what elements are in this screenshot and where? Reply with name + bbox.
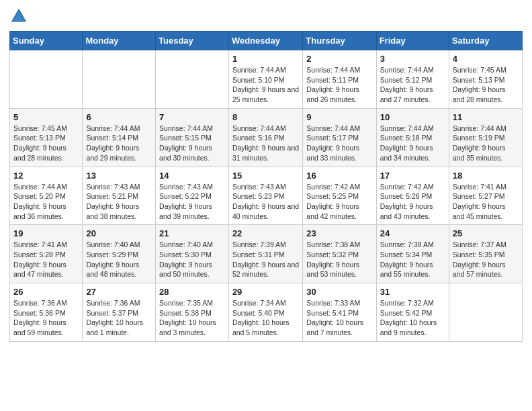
calendar-cell: 6Sunrise: 7:44 AM Sunset: 5:14 PM Daylig… [83, 108, 156, 167]
day-info: Sunrise: 7:42 AM Sunset: 5:26 PM Dayligh… [380, 182, 445, 222]
day-number: 27 [86, 287, 152, 297]
day-number: 2 [306, 54, 372, 64]
day-info: Sunrise: 7:38 AM Sunset: 5:32 PM Dayligh… [306, 240, 372, 279]
weekday-header-sunday: Sunday [10, 32, 83, 50]
weekday-header-thursday: Thursday [303, 32, 376, 50]
day-info: Sunrise: 7:44 AM Sunset: 5:15 PM Dayligh… [159, 124, 225, 163]
day-number: 22 [232, 228, 299, 238]
calendar-cell: 30Sunrise: 7:33 AM Sunset: 5:41 PM Dayli… [303, 283, 376, 342]
calendar-cell: 3Sunrise: 7:44 AM Sunset: 5:12 PM Daylig… [376, 50, 449, 109]
calendar-cell: 29Sunrise: 7:34 AM Sunset: 5:40 PM Dayli… [228, 283, 302, 342]
page: SundayMondayTuesdayWednesdayThursdayFrid… [0, 0, 532, 411]
weekday-header-row: SundayMondayTuesdayWednesdayThursdayFrid… [10, 32, 523, 50]
calendar-cell: 16Sunrise: 7:42 AM Sunset: 5:25 PM Dayli… [303, 167, 376, 225]
logo-icon [9, 7, 28, 26]
calendar-cell [449, 283, 522, 342]
calendar-cell: 10Sunrise: 7:44 AM Sunset: 5:18 PM Dayli… [376, 108, 449, 167]
calendar-cell: 27Sunrise: 7:36 AM Sunset: 5:37 PM Dayli… [83, 283, 156, 342]
day-number: 9 [306, 112, 372, 122]
weekday-header-monday: Monday [83, 32, 156, 50]
calendar-cell: 21Sunrise: 7:40 AM Sunset: 5:30 PM Dayli… [156, 225, 229, 283]
day-number: 30 [306, 287, 372, 297]
day-info: Sunrise: 7:37 AM Sunset: 5:35 PM Dayligh… [453, 240, 519, 279]
day-number: 23 [306, 228, 372, 238]
day-number: 19 [13, 228, 79, 238]
week-row-2: 5Sunrise: 7:45 AM Sunset: 5:13 PM Daylig… [10, 108, 523, 167]
day-info: Sunrise: 7:40 AM Sunset: 5:30 PM Dayligh… [159, 240, 225, 279]
day-number: 24 [380, 228, 445, 238]
day-number: 12 [13, 171, 79, 181]
week-row-4: 19Sunrise: 7:41 AM Sunset: 5:28 PM Dayli… [10, 225, 523, 283]
weekday-header-tuesday: Tuesday [156, 32, 229, 50]
calendar-cell: 2Sunrise: 7:44 AM Sunset: 5:11 PM Daylig… [303, 50, 376, 109]
calendar-cell: 24Sunrise: 7:38 AM Sunset: 5:34 PM Dayli… [376, 225, 449, 283]
calendar-cell: 14Sunrise: 7:43 AM Sunset: 5:22 PM Dayli… [156, 167, 229, 225]
calendar-cell: 19Sunrise: 7:41 AM Sunset: 5:28 PM Dayli… [10, 225, 83, 283]
logo [9, 7, 31, 26]
day-info: Sunrise: 7:43 AM Sunset: 5:23 PM Dayligh… [232, 182, 299, 222]
calendar-cell: 11Sunrise: 7:44 AM Sunset: 5:19 PM Dayli… [449, 108, 522, 167]
calendar-cell: 4Sunrise: 7:45 AM Sunset: 5:13 PM Daylig… [449, 50, 522, 109]
day-number: 29 [232, 287, 299, 297]
calendar-cell: 25Sunrise: 7:37 AM Sunset: 5:35 PM Dayli… [449, 225, 522, 283]
day-info: Sunrise: 7:44 AM Sunset: 5:16 PM Dayligh… [232, 124, 299, 163]
day-info: Sunrise: 7:44 AM Sunset: 5:14 PM Dayligh… [86, 124, 152, 163]
day-number: 7 [159, 112, 225, 122]
day-info: Sunrise: 7:32 AM Sunset: 5:42 PM Dayligh… [380, 298, 445, 338]
calendar-cell: 23Sunrise: 7:38 AM Sunset: 5:32 PM Dayli… [303, 225, 376, 283]
day-number: 28 [159, 287, 225, 297]
calendar-cell: 18Sunrise: 7:41 AM Sunset: 5:27 PM Dayli… [449, 167, 522, 225]
day-number: 15 [232, 171, 299, 181]
calendar-cell: 31Sunrise: 7:32 AM Sunset: 5:42 PM Dayli… [376, 283, 449, 342]
calendar-table: SundayMondayTuesdayWednesdayThursdayFrid… [9, 31, 523, 342]
header [9, 7, 523, 26]
day-info: Sunrise: 7:45 AM Sunset: 5:13 PM Dayligh… [453, 65, 519, 105]
day-number: 31 [380, 287, 445, 297]
day-number: 1 [232, 54, 299, 64]
day-number: 17 [380, 171, 445, 181]
calendar-cell [156, 50, 229, 109]
day-number: 8 [232, 112, 299, 122]
week-row-5: 26Sunrise: 7:36 AM Sunset: 5:36 PM Dayli… [10, 283, 523, 342]
day-info: Sunrise: 7:42 AM Sunset: 5:25 PM Dayligh… [306, 182, 372, 222]
day-info: Sunrise: 7:44 AM Sunset: 5:20 PM Dayligh… [13, 182, 79, 222]
day-info: Sunrise: 7:38 AM Sunset: 5:34 PM Dayligh… [380, 240, 445, 279]
day-info: Sunrise: 7:41 AM Sunset: 5:27 PM Dayligh… [453, 182, 519, 222]
weekday-header-saturday: Saturday [449, 32, 522, 50]
day-info: Sunrise: 7:44 AM Sunset: 5:18 PM Dayligh… [380, 124, 445, 163]
day-info: Sunrise: 7:43 AM Sunset: 5:22 PM Dayligh… [159, 182, 225, 222]
day-number: 20 [86, 228, 152, 238]
day-info: Sunrise: 7:34 AM Sunset: 5:40 PM Dayligh… [232, 298, 299, 338]
calendar-cell: 1Sunrise: 7:44 AM Sunset: 5:10 PM Daylig… [228, 50, 302, 109]
calendar-cell: 22Sunrise: 7:39 AM Sunset: 5:31 PM Dayli… [228, 225, 302, 283]
day-info: Sunrise: 7:44 AM Sunset: 5:19 PM Dayligh… [453, 124, 519, 163]
day-number: 14 [159, 171, 225, 181]
week-row-1: 1Sunrise: 7:44 AM Sunset: 5:10 PM Daylig… [10, 50, 523, 109]
day-number: 16 [306, 171, 372, 181]
weekday-header-friday: Friday [376, 32, 449, 50]
calendar-cell: 9Sunrise: 7:44 AM Sunset: 5:17 PM Daylig… [303, 108, 376, 167]
day-info: Sunrise: 7:43 AM Sunset: 5:21 PM Dayligh… [86, 182, 152, 222]
day-number: 21 [159, 228, 225, 238]
week-row-3: 12Sunrise: 7:44 AM Sunset: 5:20 PM Dayli… [10, 167, 523, 225]
day-info: Sunrise: 7:36 AM Sunset: 5:37 PM Dayligh… [86, 298, 152, 338]
day-info: Sunrise: 7:40 AM Sunset: 5:29 PM Dayligh… [86, 240, 152, 279]
day-info: Sunrise: 7:44 AM Sunset: 5:17 PM Dayligh… [306, 124, 372, 163]
calendar-cell: 13Sunrise: 7:43 AM Sunset: 5:21 PM Dayli… [83, 167, 156, 225]
day-number: 18 [453, 171, 519, 181]
calendar-cell: 20Sunrise: 7:40 AM Sunset: 5:29 PM Dayli… [83, 225, 156, 283]
calendar-cell [10, 50, 83, 109]
day-info: Sunrise: 7:39 AM Sunset: 5:31 PM Dayligh… [232, 240, 299, 279]
day-info: Sunrise: 7:44 AM Sunset: 5:10 PM Dayligh… [232, 65, 299, 105]
calendar-cell: 5Sunrise: 7:45 AM Sunset: 5:13 PM Daylig… [10, 108, 83, 167]
calendar-cell: 7Sunrise: 7:44 AM Sunset: 5:15 PM Daylig… [156, 108, 229, 167]
day-number: 5 [13, 112, 79, 122]
day-number: 25 [453, 228, 519, 238]
day-info: Sunrise: 7:41 AM Sunset: 5:28 PM Dayligh… [13, 240, 79, 279]
day-number: 10 [380, 112, 445, 122]
calendar-cell: 28Sunrise: 7:35 AM Sunset: 5:38 PM Dayli… [156, 283, 229, 342]
day-info: Sunrise: 7:33 AM Sunset: 5:41 PM Dayligh… [306, 298, 372, 338]
calendar-cell: 15Sunrise: 7:43 AM Sunset: 5:23 PM Dayli… [228, 167, 302, 225]
calendar-cell [83, 50, 156, 109]
calendar-cell: 8Sunrise: 7:44 AM Sunset: 5:16 PM Daylig… [228, 108, 302, 167]
